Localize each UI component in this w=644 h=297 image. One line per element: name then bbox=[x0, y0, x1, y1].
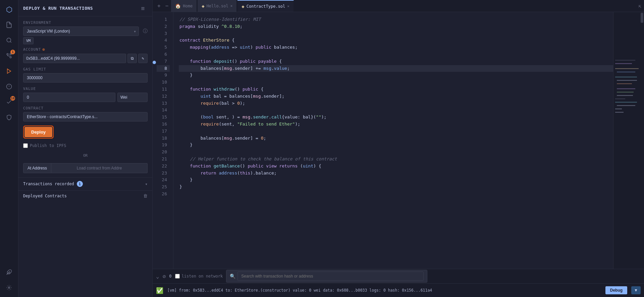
svg-rect-14 bbox=[615, 77, 637, 78]
value-row: Wei Gwei Finney Ether bbox=[23, 93, 148, 102]
sidebar-item-git[interactable]: 1 bbox=[2, 49, 16, 62]
clear-log-icon[interactable]: ⊘ bbox=[163, 273, 166, 280]
or-divider: OR bbox=[23, 153, 148, 158]
sidebar-item-debug[interactable] bbox=[2, 80, 16, 93]
vertical-scrollbar[interactable] bbox=[640, 12, 644, 269]
line-numbers: 1 2 3 4 5 6 7 8 9 10 11 12 13 14 15 16 1… bbox=[157, 12, 173, 269]
line-num-25: 25 bbox=[157, 184, 170, 191]
value-section: VALUE Wei Gwei Finney Ether bbox=[23, 87, 148, 102]
tab-hello-sol[interactable]: ◈ Hello.sol ✕ bbox=[198, 0, 237, 12]
code-line-15: (bool sent, ) = msg.sender.call{value: b… bbox=[179, 114, 613, 121]
account-plus-icon[interactable]: ⊕ bbox=[42, 47, 45, 52]
gas-limit-input[interactable]: 3000000 bbox=[23, 73, 148, 83]
at-address-button[interactable]: At Address bbox=[23, 163, 51, 173]
zoom-in-button[interactable]: + bbox=[155, 3, 163, 9]
sidebar-item-plugin[interactable] bbox=[2, 265, 16, 279]
indicator-column bbox=[153, 12, 157, 269]
sidebar-item-verify[interactable] bbox=[2, 111, 16, 124]
account-label: ACCOUNT ⊕ bbox=[23, 47, 148, 52]
minimap bbox=[613, 12, 640, 269]
contract-label: CONTRACT bbox=[23, 106, 148, 110]
sidebar-item-logo[interactable]: ⬡ bbox=[2, 3, 16, 16]
svg-rect-18 bbox=[617, 92, 634, 93]
line-num-13: 13 bbox=[157, 100, 170, 107]
svg-point-9 bbox=[8, 287, 10, 289]
code-line-12: uint bal = balances[msg.sender]; bbox=[179, 93, 613, 100]
edit-account-button[interactable]: ✎ bbox=[138, 54, 148, 63]
line-indicator-dot bbox=[153, 61, 156, 64]
bottom-bar: ⌄ ⊘ 0 listen on network 🔍 ✅ [vm] from: 0… bbox=[153, 269, 644, 297]
environment-info-icon[interactable]: ⓘ bbox=[143, 28, 148, 34]
sidebar-item-deploy[interactable] bbox=[2, 64, 16, 78]
expand-bottom-icon[interactable]: ⌄ bbox=[156, 273, 159, 280]
deployed-contracts-trash-icon[interactable]: 🗑 bbox=[143, 193, 148, 198]
code-line-24: } bbox=[179, 177, 613, 184]
svg-rect-13 bbox=[617, 72, 635, 72]
svg-rect-20 bbox=[615, 99, 625, 99]
transactions-recorded-row[interactable]: Transactions recorded 1 ▾ bbox=[18, 177, 152, 190]
code-line-17 bbox=[179, 128, 613, 135]
code-line-18: balances[msg.sender] = 0; bbox=[179, 135, 613, 142]
load-contract-button[interactable]: Load contract from Addre bbox=[51, 163, 148, 173]
code-line-4: contract EtherStore { bbox=[179, 37, 613, 44]
main-editor-area: + − 🏠 Home ◈ Hello.sol ✕ ◈ ContractType.… bbox=[153, 0, 644, 297]
deploy-button[interactable]: Deploy bbox=[24, 127, 52, 137]
tab-hello-sol-close[interactable]: ✕ bbox=[230, 4, 233, 8]
line-num-11: 11 bbox=[157, 86, 170, 93]
svg-rect-22 bbox=[617, 105, 635, 106]
vm-badge: VM bbox=[23, 37, 34, 44]
transactions-count-badge: 1 bbox=[77, 181, 83, 187]
search-input[interactable] bbox=[237, 271, 424, 281]
environment-select[interactable]: JavaScript VM (London) JavaScript VM (Be… bbox=[23, 27, 139, 36]
tab-contract-type-sol[interactable]: ◈ ContractType.sol ✕ bbox=[237, 0, 294, 12]
line-num-20: 20 bbox=[157, 149, 170, 156]
tab-home-icon: 🏠 bbox=[175, 3, 181, 9]
sidebar-item-files[interactable] bbox=[2, 18, 16, 32]
svg-point-3 bbox=[7, 53, 8, 55]
sidebar-item-settings[interactable] bbox=[2, 281, 16, 294]
transactions-expand-icon: ▾ bbox=[145, 182, 148, 187]
svg-rect-10 bbox=[615, 60, 635, 61]
value-input[interactable] bbox=[23, 93, 115, 102]
code-line-10 bbox=[179, 79, 613, 86]
value-label: VALUE bbox=[23, 87, 148, 91]
sidebar-menu-icon[interactable]: ≡ bbox=[138, 3, 148, 13]
code-line-21: // Helper function to check the balance … bbox=[179, 156, 613, 163]
environment-label: ENVIRONMENT bbox=[23, 20, 148, 25]
copy-account-button[interactable]: ⧉ bbox=[127, 54, 137, 63]
svg-rect-12 bbox=[615, 68, 639, 69]
contract-select[interactable]: EtherStore - contracts/ContractType.s... bbox=[23, 112, 148, 121]
sidebar-item-search[interactable] bbox=[2, 34, 16, 47]
line-num-2: 2 bbox=[157, 23, 170, 30]
debug-button[interactable]: Debug bbox=[605, 286, 627, 294]
code-line-1: // SPDX-License-Identifier: MIT bbox=[179, 16, 613, 23]
publish-ipfs-checkbox[interactable] bbox=[23, 143, 28, 148]
svg-rect-23 bbox=[615, 109, 622, 109]
editor-expand-icon[interactable]: ⇱ bbox=[639, 3, 641, 9]
code-line-19: } bbox=[179, 142, 613, 149]
listen-network-checkbox[interactable] bbox=[175, 274, 180, 279]
log-dropdown-button[interactable]: ▼ bbox=[631, 286, 641, 294]
svg-rect-24 bbox=[615, 112, 624, 113]
code-line-8: balances[msg.sender] += msg.value; bbox=[179, 65, 613, 72]
line-num-3: 3 bbox=[157, 30, 170, 37]
tab-bar: + − 🏠 Home ◈ Hello.sol ✕ ◈ ContractType.… bbox=[153, 0, 644, 12]
code-line-20 bbox=[179, 149, 613, 156]
code-line-6 bbox=[179, 51, 613, 58]
account-section: ACCOUNT ⊕ 0x5B3...eddC4 (99.9999999... ⧉… bbox=[23, 47, 148, 63]
svg-rect-21 bbox=[615, 102, 637, 103]
value-unit-select[interactable]: Wei Gwei Finney Ether bbox=[117, 93, 148, 102]
account-select[interactable]: 0x5B3...eddC4 (99.9999999... bbox=[23, 54, 126, 63]
sidebar-item-testing[interactable]: 10 bbox=[2, 95, 16, 109]
deployed-contracts-row: Deployed Contracts 🗑 bbox=[18, 190, 152, 201]
svg-line-1 bbox=[10, 41, 11, 42]
code-line-7: function deposit() public payable { bbox=[179, 58, 613, 65]
zoom-out-button[interactable]: − bbox=[163, 3, 171, 9]
tab-contract-type-close[interactable]: ✕ bbox=[287, 4, 289, 8]
code-content[interactable]: // SPDX-License-Identifier: MIT pragma s… bbox=[173, 12, 613, 269]
deploy-sidebar: DEPLOY & RUN TRANSACTIONS ≡ ENVIRONMENT … bbox=[18, 0, 153, 297]
line-num-15: 15 bbox=[157, 114, 170, 121]
tab-home[interactable]: 🏠 Home bbox=[171, 0, 197, 12]
code-line-3 bbox=[179, 30, 613, 37]
line-num-7: 7 bbox=[157, 58, 170, 65]
